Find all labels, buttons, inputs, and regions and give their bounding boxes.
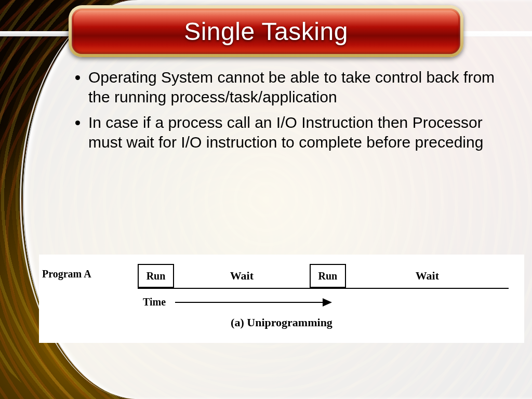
program-label: Program A <box>42 268 91 280</box>
segment-run: Run <box>310 264 346 288</box>
uniprogramming-diagram: Program A Run Wait Run Wait Time (a) Uni… <box>39 255 524 343</box>
bullet-item: In case if a process call an I/O Instruc… <box>88 113 520 153</box>
arrow-right-icon <box>175 302 331 303</box>
segment-wait: Wait <box>346 264 509 288</box>
timeline: Run Wait Run Wait <box>138 264 509 289</box>
title-frame: Single Tasking <box>69 5 463 57</box>
bullet-content: Operating System cannot be able to take … <box>68 68 520 158</box>
segment-run: Run <box>138 264 174 288</box>
bullet-item: Operating System cannot be able to take … <box>88 68 520 108</box>
slide-title: Single Tasking <box>184 17 348 46</box>
segment-wait: Wait <box>174 264 310 288</box>
time-axis: Time <box>143 296 331 308</box>
diagram-caption: (a) Uniprogramming <box>39 316 524 329</box>
time-label: Time <box>143 296 166 308</box>
title-bar: Single Tasking <box>72 8 460 54</box>
